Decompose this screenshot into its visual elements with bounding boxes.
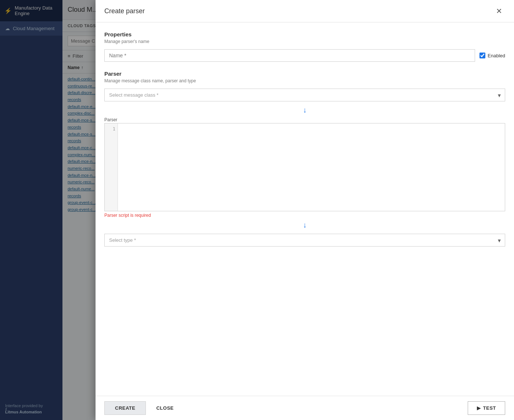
name-row: Enabled [104, 49, 505, 62]
parser-section-subtitle: Manage message class name, parser and ty… [104, 78, 505, 83]
play-icon: ▶ [477, 405, 481, 411]
parser-section-title: Parser [104, 71, 505, 77]
name-input[interactable] [104, 49, 475, 62]
parser-editor-label: Parser [104, 117, 505, 122]
line-number-1: 1 [107, 126, 115, 132]
properties-subtitle: Manage parser's name [104, 39, 505, 44]
enabled-label: Enabled [488, 53, 505, 58]
type-select-wrapper: Select type * ▾ [104, 234, 505, 247]
enabled-checkbox-label[interactable]: Enabled [479, 53, 505, 58]
modal-body: Properties Manage parser's name Enabled … [96, 22, 514, 396]
modal-close-button[interactable]: ✕ [493, 6, 505, 16]
test-button[interactable]: ▶ TEST [468, 401, 505, 415]
modal-title: Create parser [104, 7, 145, 15]
create-button[interactable]: CREATE [104, 401, 146, 415]
enabled-checkbox[interactable] [479, 53, 485, 58]
message-class-wrapper: Select message class * ▾ [104, 89, 505, 101]
message-class-select[interactable]: Select message class * [104, 89, 505, 101]
test-button-label: TEST [483, 405, 496, 411]
create-button-label: CREATE [115, 405, 135, 411]
properties-section: Properties Manage parser's name Enabled [104, 31, 505, 62]
create-parser-modal: Create parser ✕ Properties Manage parser… [96, 0, 514, 420]
arrow-down-divider-2: ↓ [104, 218, 505, 232]
close-icon: ✕ [496, 7, 502, 15]
parser-error-text: Parser script is required [104, 213, 505, 218]
arrow-down-icon-2: ↓ [303, 221, 307, 229]
parser-section: Parser Manage message class name, parser… [104, 71, 505, 247]
close-button-label: CLOSE [156, 405, 173, 411]
close-button[interactable]: CLOSE [150, 402, 179, 414]
modal-footer: CREATE CLOSE ▶ TEST [96, 396, 514, 420]
arrow-down-divider-1: ↓ [104, 103, 505, 117]
arrow-down-icon: ↓ [303, 106, 307, 114]
type-select[interactable]: Select type * [104, 234, 505, 247]
modal-header: Create parser ✕ [96, 0, 514, 22]
parser-code-textarea[interactable] [118, 123, 505, 211]
line-numbers: 1 [105, 123, 118, 211]
parser-editor: 1 [104, 123, 505, 211]
properties-title: Properties [104, 31, 505, 37]
